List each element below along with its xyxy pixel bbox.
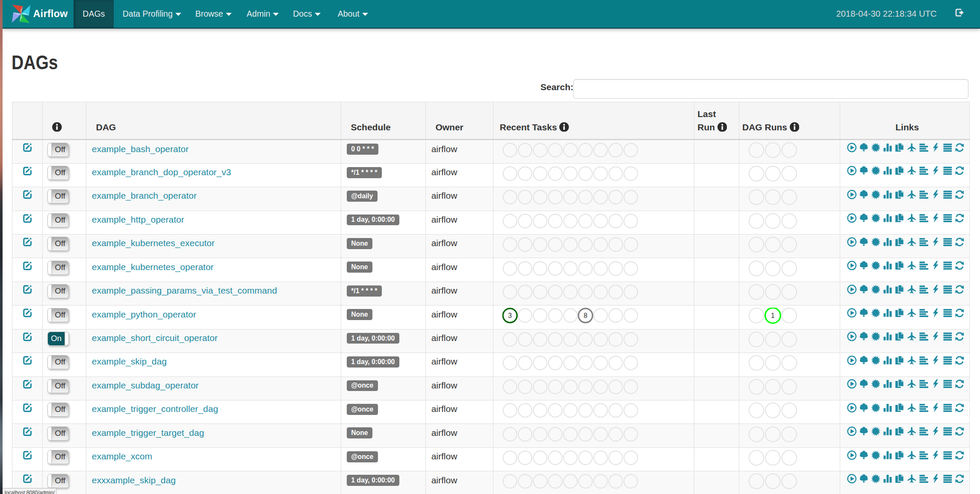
svg-text:3: 3 (508, 312, 512, 319)
svg-text:1: 1 (771, 312, 775, 319)
svg-text:8: 8 (584, 312, 587, 319)
